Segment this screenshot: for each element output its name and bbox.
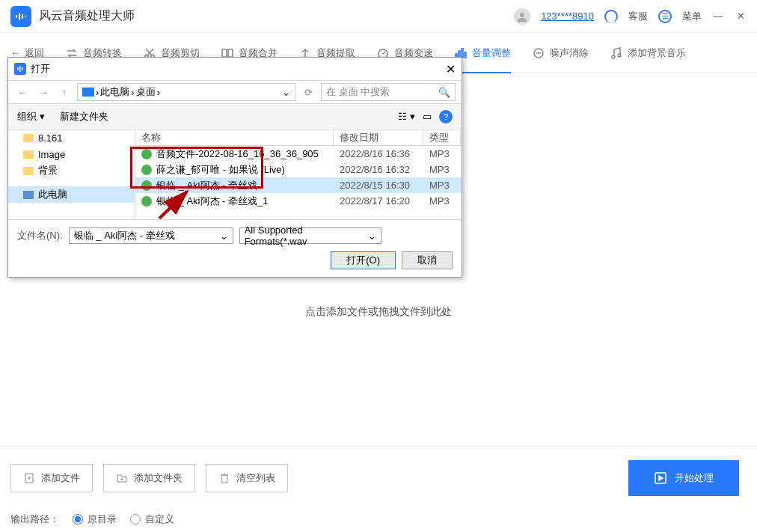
menu-label[interactable]: 菜单 — [682, 10, 702, 23]
minimize-icon[interactable]: — — [712, 10, 724, 22]
clear-list-button[interactable]: 清空列表 — [206, 464, 288, 492]
nav-forward-icon[interactable]: → — [35, 84, 52, 100]
dialog-footer: 文件名(N): 银临 _ Aki阿杰 - 牵丝戏⌄ All Supported … — [8, 219, 462, 277]
svg-point-4 — [520, 13, 524, 17]
tab-noise[interactable]: 噪声消除 — [532, 33, 589, 73]
list-row[interactable]: 银临 _ Aki阿杰 - 牵丝戏_12022/8/17 16:20MP3 — [135, 193, 462, 209]
svg-rect-19 — [221, 475, 227, 483]
menu-icon[interactable]: ☰ — [658, 10, 672, 23]
svg-rect-23 — [22, 67, 23, 70]
list-row-selected[interactable]: 银临 _ Aki阿杰 - 牵丝戏2022/8/15 16:30MP3 — [135, 177, 462, 193]
svg-rect-12 — [462, 49, 463, 58]
filename-input[interactable]: 银临 _ Aki阿杰 - 牵丝戏⌄ — [69, 227, 233, 244]
organize-menu[interactable]: 组织 ▾ — [17, 110, 45, 123]
support-label[interactable]: 客服 — [628, 10, 648, 23]
dialog-titlebar: 打开 ✕ — [8, 58, 462, 80]
app-logo — [10, 6, 31, 27]
file-open-dialog: 打开 ✕ ← → ↑ ›此电脑›桌面› ⌄ ⟳ 在 桌面 中搜索🔍 组织 ▾ 新… — [7, 57, 462, 278]
svg-rect-13 — [465, 52, 466, 58]
view-list-icon[interactable]: ☷ ▾ — [398, 111, 415, 122]
list-row[interactable]: 音频文件-2022-08-16_16_36_36_9052022/8/16 16… — [135, 146, 462, 162]
tab-volume[interactable]: 音量调整 — [454, 33, 511, 73]
refresh-icon[interactable]: ⟳ — [300, 84, 316, 100]
svg-point-15 — [612, 55, 615, 58]
svg-rect-8 — [228, 49, 233, 57]
start-process-button[interactable]: 开始处理 — [628, 460, 739, 496]
close-icon[interactable]: ✕ — [735, 10, 747, 22]
titlebar: 风云音频处理大师 123****8910 客服 ☰ 菜单 — ✕ — [0, 0, 757, 33]
tree-item-thispc: 此电脑 — [8, 186, 135, 203]
nav-back-icon[interactable]: ← — [14, 84, 31, 100]
list-header[interactable]: 名称 修改日期 类型 — [135, 129, 462, 146]
pc-icon — [82, 88, 94, 97]
app-title: 风云音频处理大师 — [39, 8, 135, 24]
radio-custom[interactable]: 自定义 — [130, 513, 174, 526]
path-bar[interactable]: ›此电脑›桌面› ⌄ — [77, 83, 295, 101]
radio-origdir[interactable]: 原目录 — [73, 513, 117, 526]
svg-rect-7 — [222, 49, 227, 57]
headset-icon[interactable] — [604, 10, 618, 23]
open-button[interactable]: 打开(O) — [331, 251, 396, 269]
nav-up-icon[interactable]: ↑ — [56, 84, 73, 100]
new-folder-button[interactable]: 新建文件夹 — [60, 110, 108, 123]
filename-label: 文件名(N): — [17, 229, 63, 242]
dialog-nav: ← → ↑ ›此电脑›桌面› ⌄ ⟳ 在 桌面 中搜索🔍 — [8, 80, 462, 104]
add-file-small-button[interactable]: 添加文件 — [10, 464, 93, 492]
output-row: 输出路径： 原目录 自定义 — [10, 513, 747, 526]
search-input[interactable]: 在 桌面 中搜索🔍 — [321, 83, 456, 101]
tab-bgmusic[interactable]: 添加背景音乐 — [610, 33, 686, 73]
tree-item: 背景 — [8, 162, 135, 179]
dialog-title: 打开 — [31, 62, 50, 76]
avatar-icon[interactable] — [514, 8, 530, 25]
svg-rect-3 — [25, 16, 26, 17]
file-list: 名称 修改日期 类型 音频文件-2022-08-16_16_36_36_9052… — [135, 129, 462, 219]
drop-hint: 点击添加文件或拖拽文件到此处 — [0, 305, 757, 319]
user-link[interactable]: 123****8910 — [541, 10, 594, 22]
bottom-bar: 添加文件 添加文件夹 清空列表 开始处理 输出路径： 原目录 自定义 — [0, 446, 757, 532]
dialog-toolbar: 组织 ▾ 新建文件夹 ☷ ▾ ▭ ? — [8, 104, 462, 129]
svg-rect-0 — [16, 15, 17, 18]
svg-rect-2 — [22, 14, 23, 19]
output-label: 输出路径： — [10, 513, 59, 526]
tree-item: 8.161 — [8, 129, 135, 146]
view-preview-icon[interactable]: ▭ — [423, 111, 432, 122]
folder-tree[interactable]: 8.161 Image 背景 此电脑 — [8, 129, 135, 219]
svg-rect-1 — [19, 13, 20, 20]
cancel-button[interactable]: 取消 — [402, 251, 453, 269]
format-filter[interactable]: All Supported Formats(*.wav⌄ — [239, 227, 381, 244]
add-folder-button[interactable]: 添加文件夹 — [103, 464, 195, 492]
dialog-logo-icon — [14, 63, 26, 75]
help-icon[interactable]: ? — [439, 110, 453, 123]
svg-rect-22 — [19, 66, 21, 72]
svg-point-16 — [618, 54, 621, 57]
dialog-close-icon[interactable]: ✕ — [446, 62, 456, 76]
list-row[interactable]: 薛之谦_郁可唯 - 如果说 (Live)2022/8/16 16:32MP3 — [135, 162, 462, 177]
tree-item: Image — [8, 146, 135, 162]
svg-rect-21 — [17, 67, 19, 70]
